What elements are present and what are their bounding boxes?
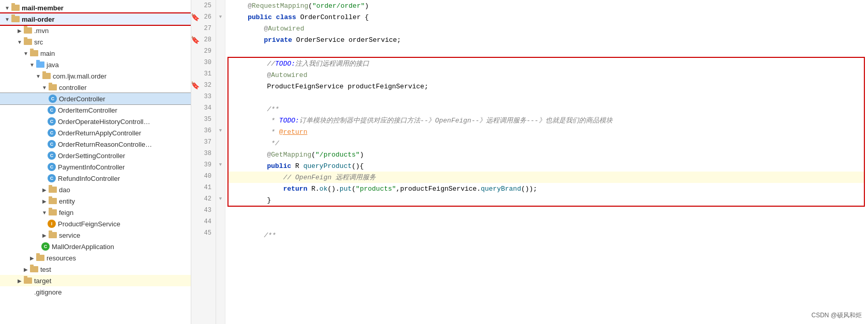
expand-arrow: ▼ [4, 5, 10, 11]
gutter-44 [216, 216, 225, 227]
sidebar-item-gitignore[interactable]: .gitignore [0, 286, 191, 298]
gutter-39: ▼ [216, 159, 225, 171]
class-icon: C [49, 95, 57, 103]
sidebar-item-OrderOperateHistoryControll[interactable]: C OrderOperateHistoryControll… [0, 116, 191, 127]
expand-arrow: ▶ [41, 198, 48, 204]
gutter-26: ▼ [216, 11, 225, 23]
sidebar-item-label: OrderReturnApplyController [58, 129, 141, 137]
watermark-text: CSDN @硕风和炬 [811, 312, 862, 319]
sidebar-item-label: OrderReturnReasonControlle… [58, 141, 152, 148]
sidebar-item-label: OrderSettingController [58, 152, 125, 160]
code-line-45: /** [225, 229, 868, 241]
gutter-28 [216, 34, 225, 45]
folder-icon [11, 5, 20, 11]
sidebar-item-label: mail-member [22, 4, 64, 12]
sidebar-item-src[interactable]: ▼ src [0, 36, 191, 48]
line-numbers: 25 🔖 26 27 🔖 28 29 30 31 🔖 32 [191, 0, 216, 324]
code-line-43 [225, 207, 868, 218]
folder-icon [24, 277, 32, 284]
line-num-40: 40 [191, 171, 216, 182]
line-num-28: 🔖 28 [191, 34, 216, 45]
gutter-41 [216, 182, 225, 193]
folder-icon [49, 198, 57, 204]
sidebar-item-dao[interactable]: ▶ dao [0, 184, 191, 195]
sidebar-item-OrderReturnApplyController[interactable]: C OrderReturnApplyController [0, 127, 191, 138]
class-icon: C [48, 106, 56, 114]
code-line-36: * @return [229, 126, 864, 137]
gutter-43 [216, 205, 225, 216]
line-num-44: 44 [191, 216, 216, 227]
sidebar-item-java[interactable]: ▼ java [0, 59, 191, 70]
sidebar-item-MallOrderApplication[interactable]: C MallOrderApplication [0, 241, 191, 252]
expand-arrow: ▼ [4, 17, 10, 22]
file-tree[interactable]: ▼ mail-member ▼ mail-order ▶ .mvn ▼ src … [0, 0, 191, 324]
sidebar-item-target[interactable]: ▶ target [0, 275, 191, 286]
line-num-27: 27 [191, 23, 216, 34]
folder-icon [24, 27, 32, 34]
gutter-37 [216, 136, 225, 148]
code-line-28: private OrderService orderService; [225, 34, 868, 45]
sidebar-item-controller[interactable]: ▼ controller [0, 82, 191, 93]
gutter-42: ▼ [216, 193, 225, 205]
line-num-45: 45 [191, 227, 216, 239]
sidebar-item-OrderReturnReasonControlle[interactable]: C OrderReturnReasonControlle… [0, 138, 191, 150]
code-line-26: public class OrderController { [225, 11, 868, 23]
code-line-40: // OpenFeign 远程调用服务 [229, 172, 864, 183]
line-num-37: 37 [191, 136, 216, 148]
class-icon: C [48, 117, 56, 126]
sidebar-item-resources[interactable]: ▶ resources [0, 252, 191, 264]
sidebar-item-label: .mvn [34, 27, 49, 35]
sidebar-item-label: RefundInfoController [58, 175, 120, 182]
line-num-39: 39 [191, 159, 216, 171]
sidebar-item-entity[interactable]: ▶ entity [0, 195, 191, 207]
sidebar-item-label: OrderController [59, 95, 105, 103]
line-num-31: 31 [191, 68, 216, 80]
code-line-44 [225, 218, 868, 229]
gutter-30 [216, 57, 225, 68]
sidebar-item-service[interactable]: ▶ service [0, 229, 191, 241]
code-line-30: //TODO:注入我们远程调用的接口 [229, 58, 864, 69]
sidebar-item-PaymentInfoController[interactable]: C PaymentInfoController [0, 161, 191, 173]
gutter-40 [216, 171, 225, 182]
sidebar-item-mail-order[interactable]: ▼ mail-order [0, 13, 191, 25]
sidebar-item-label: entity [59, 197, 75, 205]
sidebar-item-OrderController[interactable]: C OrderController [0, 93, 191, 104]
sidebar-item-RefundInfoController[interactable]: C RefundInfoController [0, 173, 191, 184]
sidebar-item-label: MallOrderApplication [52, 243, 114, 251]
sidebar-item-ProductFeignService[interactable]: I ProductFeignService [0, 218, 191, 229]
sidebar-item-mvn[interactable]: ▶ .mvn [0, 25, 191, 36]
code-line-42: } [229, 194, 864, 206]
sidebar-item-label: src [34, 38, 43, 46]
bookmark-32: 🔖 [191, 80, 199, 91]
sidebar-item-main[interactable]: ▼ main [0, 48, 191, 59]
sidebar-item-label: main [40, 50, 55, 57]
gutter-36: ▼ [216, 125, 225, 136]
folder-icon [24, 39, 32, 45]
folder-icon [42, 73, 51, 79]
interface-icon: I [48, 220, 56, 228]
line-num-35: 35 [191, 114, 216, 125]
code-line-25: @RequestMapping("order/order") [225, 0, 868, 11]
sidebar-item-feign[interactable]: ▼ feign [0, 207, 191, 218]
class-icon: C [48, 163, 56, 171]
code-content: @RequestMapping("order/order") public cl… [225, 0, 868, 324]
file-icon [24, 288, 32, 296]
gutter-29 [216, 45, 225, 57]
code-line-29 [225, 45, 868, 57]
class-icon: C [48, 174, 56, 182]
expand-arrow: ▶ [17, 278, 23, 284]
code-line-27: @Autowired [225, 23, 868, 34]
gutter-27 [216, 23, 225, 34]
line-num-32: 🔖 32 [191, 80, 216, 91]
sidebar-item-label: OrderOperateHistoryControll… [58, 118, 150, 126]
sidebar-item-package[interactable]: ▼ com.ljw.mall.order [0, 70, 191, 82]
class-icon: C [48, 140, 56, 148]
sidebar-item-label: controller [59, 84, 86, 91]
gutter: ▼ ▼ ▼ ▼ [216, 0, 225, 324]
expand-arrow: ▼ [17, 39, 23, 45]
line-num-25: 25 [191, 0, 216, 11]
sidebar-item-mail-member[interactable]: ▼ mail-member [0, 2, 191, 13]
sidebar-item-test[interactable]: ▶ test [0, 264, 191, 275]
sidebar-item-OrderSettingController[interactable]: C OrderSettingController [0, 150, 191, 161]
sidebar-item-OrderItemController[interactable]: C OrderItemController [0, 104, 191, 116]
